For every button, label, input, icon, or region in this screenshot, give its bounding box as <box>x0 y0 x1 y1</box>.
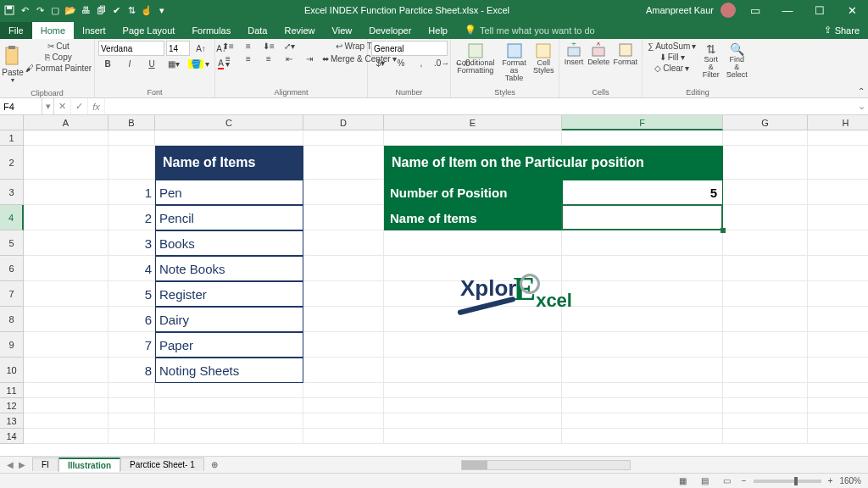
cell-A4[interactable] <box>24 205 108 230</box>
sort-filter-button[interactable]: ⇅Sort & Filter <box>699 41 722 80</box>
cell-A11[interactable] <box>24 383 108 398</box>
format-painter-button[interactable]: 🖌Format Painter <box>24 63 93 74</box>
column-header-B[interactable]: B <box>108 115 155 130</box>
save-icon[interactable] <box>3 4 15 16</box>
cell-H9[interactable] <box>808 332 868 358</box>
column-header-G[interactable]: G <box>723 115 808 130</box>
cell-F13[interactable] <box>562 413 723 429</box>
undo-icon[interactable]: ↶ <box>19 4 31 16</box>
pagebreak-view-icon[interactable]: ▭ <box>720 475 735 487</box>
font-name-select[interactable] <box>98 41 164 56</box>
spell-icon[interactable]: ✔ <box>110 4 122 16</box>
row-header-13[interactable]: 13 <box>0 413 24 429</box>
format-as-table-button[interactable]: Format as Table <box>498 41 531 84</box>
cell-F1[interactable] <box>562 130 723 146</box>
zoom-slider[interactable] <box>754 480 821 483</box>
touch-icon[interactable]: ☝ <box>141 4 153 16</box>
number-format-select[interactable] <box>371 41 448 56</box>
row-header-1[interactable]: 1 <box>0 130 24 146</box>
indent-dec-icon[interactable]: ⇤ <box>280 53 298 64</box>
zoom-out-icon[interactable]: − <box>742 476 747 485</box>
row-header-7[interactable]: 7 <box>0 281 24 307</box>
increase-font-icon[interactable]: A↑ <box>192 41 210 56</box>
quickprint-icon[interactable]: 🖶 <box>80 4 92 16</box>
sheet-tab-illustration[interactable]: Illustration <box>58 458 120 472</box>
cell-G1[interactable] <box>723 130 808 146</box>
cell-D5[interactable] <box>303 230 384 256</box>
font-size-select[interactable] <box>166 41 190 56</box>
cell-D7[interactable] <box>303 281 384 307</box>
lookup-name-value[interactable] <box>562 205 723 230</box>
selection-handle[interactable] <box>721 228 726 233</box>
cell-G6[interactable] <box>723 256 808 281</box>
cell-D6[interactable] <box>303 256 384 281</box>
cell-D14[interactable] <box>303 429 384 444</box>
column-header-D[interactable]: D <box>303 115 384 130</box>
cell-F11[interactable] <box>562 383 723 398</box>
insert-cells-button[interactable]: +Insert <box>563 41 585 68</box>
worksheet-grid[interactable]: ABCDEFGH 1234567891011121314 Name of Ite… <box>0 115 868 456</box>
close-icon[interactable]: ✕ <box>839 2 865 19</box>
cell-H2[interactable] <box>808 146 868 180</box>
row-header-12[interactable]: 12 <box>0 398 24 413</box>
row-header-4[interactable]: 4 <box>0 205 24 230</box>
sheet-tab-practice[interactable]: Parctice Sheet- 1 <box>120 458 204 471</box>
cell-A12[interactable] <box>24 398 108 413</box>
cell-E12[interactable] <box>384 398 562 413</box>
cell-D1[interactable] <box>303 130 384 146</box>
cell-G13[interactable] <box>723 413 808 429</box>
zoom-in-icon[interactable]: + <box>828 476 833 485</box>
normal-view-icon[interactable]: ▦ <box>676 475 691 487</box>
tab-data[interactable]: Data <box>239 22 275 39</box>
cell-D8[interactable] <box>303 307 384 332</box>
sheet-nav-next-icon[interactable]: ▶ <box>19 460 25 469</box>
cell-A2[interactable] <box>24 146 108 180</box>
row-header-6[interactable]: 6 <box>0 256 24 281</box>
open-icon[interactable]: 📂 <box>64 4 76 16</box>
cell-C14[interactable] <box>155 429 303 444</box>
cell-G8[interactable] <box>723 307 808 332</box>
cell-E11[interactable] <box>384 383 562 398</box>
maximize-icon[interactable]: ☐ <box>807 2 832 19</box>
sort-icon[interactable]: ⇅ <box>125 4 137 16</box>
percent-icon[interactable]: % <box>392 58 410 69</box>
align-bottom-icon[interactable]: ⬇≡ <box>259 41 278 52</box>
cell-H12[interactable] <box>808 398 868 413</box>
tab-file[interactable]: File <box>0 22 32 39</box>
delete-cells-button[interactable]: ×Delete <box>587 41 611 68</box>
ribbon-options-icon[interactable]: ▭ <box>743 2 768 19</box>
tab-insert[interactable]: Insert <box>74 22 114 39</box>
cell-H6[interactable] <box>808 256 868 281</box>
cell-B13[interactable] <box>108 413 155 429</box>
cell-A14[interactable] <box>24 429 108 444</box>
tab-pagelayout[interactable]: Page Layout <box>114 22 184 39</box>
cell-G2[interactable] <box>723 146 808 180</box>
increase-decimal-icon[interactable]: .0→ <box>432 58 451 69</box>
cell-G10[interactable] <box>723 358 808 383</box>
row-header-14[interactable]: 14 <box>0 429 24 444</box>
horizontal-scrollbar[interactable] <box>225 460 868 470</box>
cell-A10[interactable] <box>24 358 108 383</box>
row-header-2[interactable]: 2 <box>0 146 24 180</box>
fx-icon[interactable]: fx <box>88 98 105 114</box>
cell-F14[interactable] <box>562 429 723 444</box>
tab-view[interactable]: View <box>324 22 361 39</box>
tell-me[interactable]: 💡Tell me what you want to do <box>456 21 604 39</box>
cell-D10[interactable] <box>303 358 384 383</box>
cell-F10[interactable] <box>562 358 723 383</box>
clear-button[interactable]: ◇Clear▾ <box>646 63 698 74</box>
cell-H13[interactable] <box>808 413 868 429</box>
underline-button[interactable]: U <box>142 58 161 69</box>
cut-button[interactable]: ✂Cut <box>24 41 93 52</box>
new-icon[interactable]: ▢ <box>49 4 61 16</box>
tab-help[interactable]: Help <box>420 22 456 39</box>
pagelayout-view-icon[interactable]: ▤ <box>698 475 713 487</box>
autosum-button[interactable]: ∑AutoSum▾ <box>646 41 698 52</box>
indent-inc-icon[interactable]: ⇥ <box>300 53 319 64</box>
cell-B1[interactable] <box>108 130 155 146</box>
copy-button[interactable]: ⎘Copy <box>24 52 93 63</box>
cell-E10[interactable] <box>384 358 562 383</box>
currency-icon[interactable]: $▾ <box>371 58 390 69</box>
cell-G7[interactable] <box>723 281 808 307</box>
column-header-E[interactable]: E <box>384 115 562 130</box>
